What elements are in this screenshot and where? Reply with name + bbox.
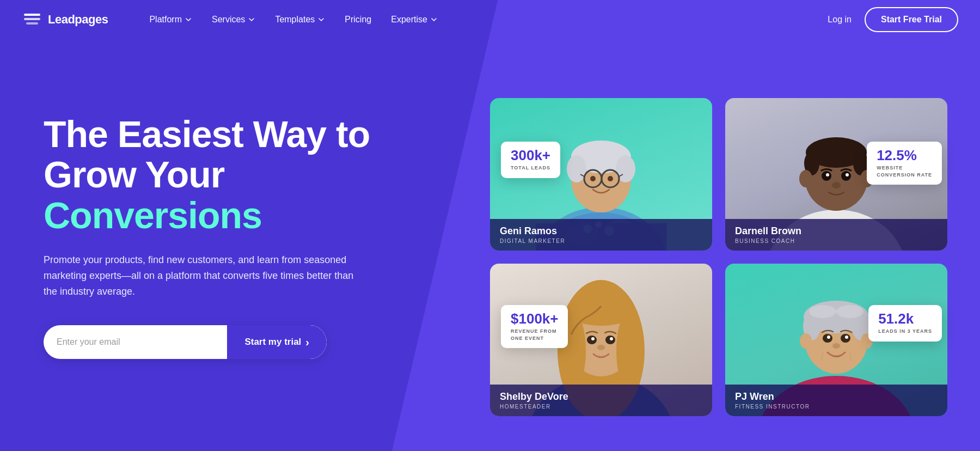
start-trial-button[interactable]: Start Free Trial: [865, 7, 958, 32]
pj-label: PJ Wren Fitness Instructor: [725, 385, 947, 416]
cta-label: Start my trial: [244, 337, 301, 348]
svg-rect-0: [24, 14, 40, 16]
badge-100k-label: REVENUE FROMONE EVENT: [511, 328, 558, 342]
nav-templates-label: Templates: [275, 15, 315, 25]
nav-right: Log in Start Free Trial: [828, 7, 958, 32]
logo[interactable]: Leadpages: [22, 9, 108, 30]
logo-text: Leadpages: [48, 13, 108, 27]
hero-subtext: Promote your products, find new customer…: [44, 252, 359, 299]
stat-badge-100k: $100k+ REVENUE FROMONE EVENT: [501, 305, 568, 348]
badge-100k-value: $100k+: [511, 312, 558, 326]
svg-point-49: [597, 345, 605, 350]
badge-512k-value: 51.2k: [878, 312, 932, 326]
svg-rect-2: [26, 22, 38, 25]
chevron-down-icon: [317, 16, 325, 23]
email-input[interactable]: [44, 325, 227, 359]
svg-point-58: [836, 305, 863, 318]
darnell-label: Darnell Brown Business Coach: [725, 219, 947, 251]
badge-125-value: 12.5%: [877, 148, 932, 162]
nav-item-pricing[interactable]: Pricing: [336, 10, 380, 29]
stat-badge-125: 12.5% WEBSITECONVERSION RATE: [867, 142, 942, 185]
cta-arrow: ›: [305, 336, 309, 349]
svg-point-30: [799, 170, 812, 187]
navbar: Leadpages Platform Services Templates Pr…: [0, 0, 980, 39]
hero-left: The Easiest Way to Grow Your Conversions…: [0, 0, 446, 451]
badge-125-label: WEBSITECONVERSION RATE: [877, 164, 932, 178]
logo-icon: [22, 9, 42, 30]
pj-name: PJ Wren: [735, 391, 938, 403]
pj-role: Fitness Instructor: [735, 404, 938, 410]
svg-point-57: [809, 305, 836, 318]
svg-point-47: [591, 337, 595, 340]
darnell-name: Darnell Brown: [735, 226, 938, 237]
nav-item-platform[interactable]: Platform: [140, 10, 201, 29]
svg-point-65: [832, 343, 840, 349]
geni-role: Digital Marketer: [500, 238, 702, 244]
svg-point-18: [608, 176, 613, 181]
chevron-down-icon: [430, 16, 438, 23]
cards-container: 300k+ TOTAL LEADS 12.5% WEBSITECONVERSIO…: [490, 98, 947, 429]
login-link[interactable]: Log in: [828, 15, 852, 25]
headline-line1: The Easiest Way to: [44, 113, 370, 155]
svg-point-48: [610, 337, 613, 340]
chevron-down-icon: [248, 16, 255, 23]
chevron-down-icon: [185, 16, 192, 23]
geni-label: Geni Ramos Digital Marketer: [490, 219, 712, 251]
nav-item-expertise[interactable]: Expertise: [382, 10, 446, 29]
nav-item-templates[interactable]: Templates: [266, 10, 334, 29]
badge-300k-label: TOTAL LEADS: [511, 164, 550, 172]
nav-pricing-label: Pricing: [345, 15, 371, 25]
svg-point-43: [616, 313, 640, 389]
start-trial-cta-button[interactable]: Start my trial ›: [227, 325, 327, 359]
svg-point-59: [800, 333, 812, 349]
shelby-role: Homesteader: [500, 404, 702, 410]
nav-expertise-label: Expertise: [391, 15, 427, 25]
stat-badge-300k: 300k+ TOTAL LEADS: [501, 142, 560, 178]
hero-cta-form: Start my trial ›: [44, 325, 327, 359]
stat-badge-512k: 51.2k LEADS IN 3 YEARS: [868, 305, 942, 342]
svg-point-36: [832, 182, 841, 188]
svg-point-44: [567, 297, 635, 326]
nav-item-services[interactable]: Services: [203, 10, 264, 29]
nav-links: Platform Services Templates Pricing Expe…: [140, 10, 828, 29]
svg-rect-1: [24, 18, 40, 20]
svg-point-17: [590, 176, 596, 181]
hero-headline: The Easiest Way to Grow Your Conversions: [44, 114, 414, 236]
hero-right: 300k+ TOTAL LEADS 12.5% WEBSITECONVERSIO…: [457, 44, 980, 451]
nav-platform-label: Platform: [149, 15, 182, 25]
darnell-role: Business Coach: [735, 238, 938, 244]
headline-accent: Conversions: [44, 194, 262, 236]
shelby-label: Shelby DeVore Homesteader: [490, 385, 712, 416]
geni-name: Geni Ramos: [500, 226, 702, 237]
svg-point-63: [827, 336, 830, 339]
badge-300k-value: 300k+: [511, 148, 550, 162]
svg-point-34: [826, 173, 829, 176]
svg-point-64: [845, 336, 848, 339]
headline-line2: Grow Your: [44, 154, 224, 195]
svg-point-35: [846, 173, 849, 176]
nav-services-label: Services: [212, 15, 245, 25]
badge-512k-label: LEADS IN 3 YEARS: [878, 328, 932, 335]
shelby-name: Shelby DeVore: [500, 391, 702, 403]
